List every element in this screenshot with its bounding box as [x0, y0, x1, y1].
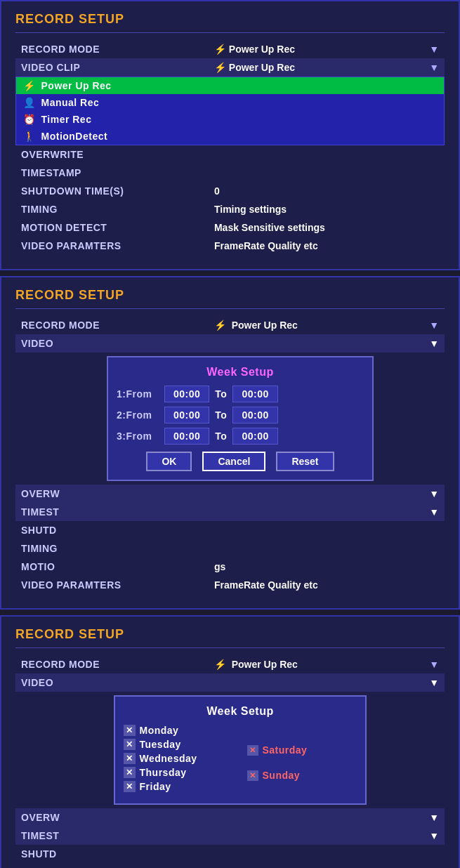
value-record-mode: ⚡ Power Up Rec ▼: [209, 40, 445, 58]
p2-dropdown-arrow-video[interactable]: ▼: [429, 338, 439, 349]
value-video-clip: ⚡ Power Up Rec ▼: [209, 58, 445, 77]
day-thursday[interactable]: Thursday: [124, 767, 233, 778]
time-label-3-from: 3:From: [117, 430, 159, 442]
row-timing[interactable]: TIMING Timing settings: [15, 200, 445, 218]
p3-value-video: ▼: [209, 673, 445, 692]
label-motion-detect: MOTION DETECT: [15, 218, 209, 237]
friday-label: Friday: [140, 781, 171, 792]
thursday-label: Thursday: [140, 767, 187, 778]
day-friday[interactable]: Friday: [124, 781, 233, 792]
menu-table-2: RECORD MODE ⚡ Power Up Rec ▼ VIDEO ▼ Wee…: [15, 316, 445, 594]
time-to-2[interactable]: 00:00: [232, 407, 277, 423]
p2-label-record-mode: RECORD MODE: [15, 316, 209, 334]
p3-value-record-mode: ⚡ Power Up Rec ▼: [209, 655, 445, 673]
p2-label-motio: MOTIO: [15, 558, 209, 576]
p2-value-overw: ▼: [209, 485, 445, 503]
dropdown-arrow-video[interactable]: ▼: [429, 62, 439, 73]
p2-row-timing[interactable]: TIMING: [15, 539, 445, 558]
p2-arrow-overw[interactable]: ▼: [429, 488, 439, 499]
motion-label: MotionDetect: [41, 131, 108, 142]
p2-row-timest[interactable]: TIMEST ▼: [15, 503, 445, 521]
label-video-params: VIDEO PARAMTERS: [15, 237, 209, 255]
p2-row-record-mode[interactable]: RECORD MODE ⚡ Power Up Rec ▼: [15, 316, 445, 334]
day-saturday[interactable]: ✕ Saturday: [247, 744, 357, 756]
dropdown-item-manual[interactable]: 👤 Manual Rec: [16, 94, 444, 111]
cancel-button[interactable]: Cancel: [202, 452, 265, 471]
label-shutdown: SHUTDOWN TIME(S): [15, 182, 209, 200]
p2-row-video-params[interactable]: VIDEO PARAMTERS FrameRate Quality etc: [15, 576, 445, 594]
time-to-3[interactable]: 00:00: [232, 428, 277, 445]
record-mode-value: ⚡ Power Up Rec: [214, 44, 295, 55]
dropdown-item-timer[interactable]: ⏰ Timer Rec: [16, 111, 444, 128]
row-video-clip[interactable]: VIDEO CLIP ⚡ Power Up Rec ▼: [15, 58, 445, 77]
time-to-1[interactable]: 00:00: [232, 386, 277, 402]
p3-row-timest[interactable]: TIMEST ▼: [15, 827, 445, 845]
week-columns: Monday Tuesday Wednesday Thursday: [124, 725, 357, 795]
p2-value-timing: [209, 539, 445, 558]
reset-button[interactable]: Reset: [276, 452, 334, 471]
saturday-label: Saturday: [263, 744, 308, 756]
p3-arrow-timest[interactable]: ▼: [429, 830, 439, 841]
row-overwrite[interactable]: OVERWRITE: [15, 145, 445, 164]
p2-row-video[interactable]: VIDEO ▼: [15, 334, 445, 353]
time-from-1[interactable]: 00:00: [164, 386, 209, 402]
to-label-3: To: [215, 430, 227, 442]
p3-dropdown-arrow[interactable]: ▼: [429, 659, 439, 670]
week-col-right: ✕ Saturday ✕ Sunday: [247, 725, 357, 795]
week-col-left: Monday Tuesday Wednesday Thursday: [124, 725, 233, 795]
value-timestamp: [209, 164, 445, 182]
manual-label: Manual Rec: [41, 97, 100, 108]
p2-dropdown-arrow[interactable]: ▼: [429, 320, 439, 331]
day-tuesday[interactable]: Tuesday: [124, 739, 233, 750]
p2-row-shutd[interactable]: SHUTD: [15, 521, 445, 539]
time-from-2[interactable]: 00:00: [164, 407, 209, 423]
to-label-1: To: [215, 388, 227, 400]
p2-label-timing: TIMING: [15, 539, 209, 558]
day-monday[interactable]: Monday: [124, 725, 233, 736]
p3-row-overw[interactable]: OVERW ▼: [15, 808, 445, 827]
motion-icon: 🚶: [23, 131, 36, 142]
time-from-3[interactable]: 00:00: [164, 428, 209, 445]
p3-label-overw: OVERW: [15, 808, 209, 827]
record-mode-dropdown: ⚡ Power Up Rec 👤 Manual Rec ⏰ Timer Rec …: [15, 77, 445, 145]
row-record-mode[interactable]: RECORD MODE ⚡ Power Up Rec ▼: [15, 40, 445, 58]
p2-label-overw: OVERW: [15, 485, 209, 503]
value-timing: Timing settings: [209, 200, 445, 218]
p3-value-shutd: [209, 845, 445, 863]
row-shutdown[interactable]: SHUTDOWN TIME(S) 0: [15, 182, 445, 200]
ok-button[interactable]: OK: [146, 452, 192, 471]
p2-row-overw[interactable]: OVERW ▼: [15, 485, 445, 503]
p2-arrow-timest[interactable]: ▼: [429, 506, 439, 518]
week-days-dialog: Week Setup Monday Tuesday Wednesday: [114, 695, 367, 805]
p3-arrow-overw[interactable]: ▼: [429, 812, 439, 823]
row-timestamp[interactable]: TIMESTAMP: [15, 164, 445, 182]
manual-icon: 👤: [23, 97, 36, 108]
label-timestamp: TIMESTAMP: [15, 164, 209, 182]
time-row-3: 3:From 00:00 To 00:00: [117, 428, 364, 445]
p2-value-record-mode: ⚡ Power Up Rec ▼: [209, 316, 445, 334]
p3-row-video[interactable]: VIDEO ▼: [15, 673, 445, 692]
panel-2-title: RECORD SETUP: [15, 288, 445, 309]
row-motion-detect[interactable]: MOTION DETECT Mask Sensitive settings: [15, 218, 445, 237]
p2-label-video-params: VIDEO PARAMTERS: [15, 576, 209, 594]
p3-row-shutd[interactable]: SHUTD: [15, 845, 445, 863]
p3-value-overw: ▼: [209, 808, 445, 827]
p3-label-timest: TIMEST: [15, 827, 209, 845]
value-motion-detect: Mask Sensitive settings: [209, 218, 445, 237]
p3-row-timing[interactable]: TIMING: [15, 863, 445, 868]
p3-value-timing: [209, 863, 445, 868]
day-sunday[interactable]: ✕ Sunday: [247, 770, 357, 781]
dropdown-item-powerup[interactable]: ⚡ Power Up Rec: [16, 77, 444, 94]
p2-row-motio[interactable]: MOTIO gs: [15, 558, 445, 576]
row-video-params[interactable]: VIDEO PARAMTERS FrameRate Quality etc: [15, 237, 445, 255]
dropdown-item-motion[interactable]: 🚶 MotionDetect: [16, 128, 444, 145]
day-wednesday[interactable]: Wednesday: [124, 753, 233, 764]
week-dialog-title: Week Setup: [124, 705, 357, 718]
dropdown-arrow-record-mode[interactable]: ▼: [429, 44, 439, 55]
time-row-1: 1:From 00:00 To 00:00: [117, 386, 364, 402]
panel-3: RECORD SETUP RECORD MODE ⚡ Power Up Rec …: [0, 615, 460, 868]
p2-value-video: ▼: [209, 334, 445, 353]
p3-dropdown-arrow-video[interactable]: ▼: [429, 677, 439, 688]
p3-row-record-mode[interactable]: RECORD MODE ⚡ Power Up Rec ▼: [15, 655, 445, 673]
p3-label-shutd: SHUTD: [15, 845, 209, 863]
